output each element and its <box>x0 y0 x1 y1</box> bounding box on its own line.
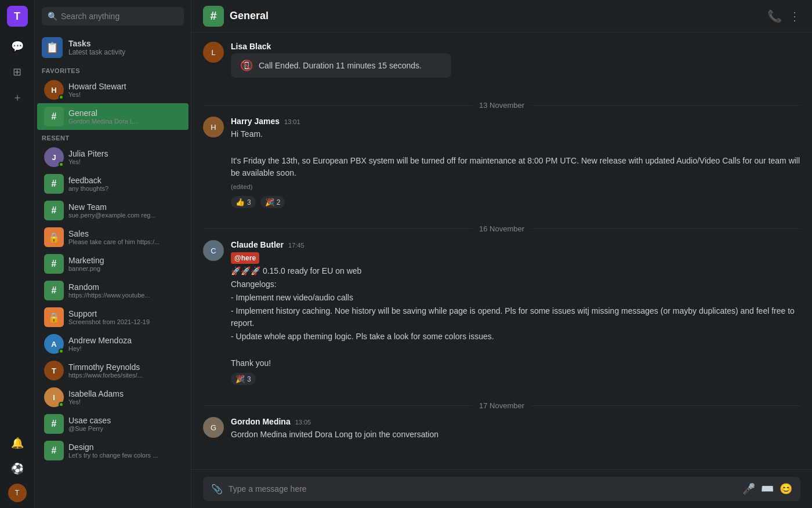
tasks-text: Tasks Latest task activity <box>68 39 125 56</box>
sidebar-item-howard[interactable]: H Howard Stewart Yes! <box>37 77 188 103</box>
attach-icon[interactable]: 📎 <box>211 484 223 495</box>
more-icon[interactable]: ⋮ <box>789 9 800 23</box>
claude-username: Claude Butler <box>231 240 284 249</box>
harry-time: 13:01 <box>284 118 300 125</box>
nav-grid-icon[interactable]: ⊞ <box>7 61 28 82</box>
howard-avatar: H <box>44 80 64 100</box>
claude-time: 17:45 <box>288 242 304 249</box>
sidebar-item-andrew[interactable]: A Andrew Mendoza Hey! <box>37 331 188 357</box>
lisa-header: Lisa Black <box>231 42 800 51</box>
howard-text: Howard Stewart Yes! <box>68 82 126 98</box>
date-label-17nov: 17 November <box>479 401 524 410</box>
icon-sidebar: T 💬 ⊞ ＋ 🔔 ⚽ T <box>0 0 35 508</box>
andrew-text: Andrew Mendoza Hey! <box>68 336 132 352</box>
general-text: General Gordon Medina Dora L... <box>68 108 139 125</box>
sidebar-item-usecases[interactable]: # Usae cases @Sue Perry <box>37 411 188 437</box>
search-input-wrap[interactable]: 🔍 <box>42 7 184 26</box>
search-box: 🔍 <box>35 0 191 32</box>
tasks-item[interactable]: 📋 Tasks Latest task activity <box>35 32 191 63</box>
sidebar-item-marketing[interactable]: # Marketing banner.png <box>37 251 188 277</box>
party-emoji: 🎉 <box>265 198 274 206</box>
claude-party-reaction[interactable]: 🎉 3 <box>231 373 256 385</box>
message-input-wrap: 📎 🎤 ⌨️ 😊 <box>203 477 800 501</box>
recent-label: RESENT <box>35 130 191 144</box>
date-line-left-3 <box>203 405 472 406</box>
general-hash-icon: # <box>44 107 64 126</box>
sidebar-item-design[interactable]: # Design Let's try to change few colors … <box>37 437 188 464</box>
emoji-icon[interactable]: 😊 <box>780 482 792 495</box>
timmothy-text: Timmothy Reynolds https://www.forbes/sit… <box>68 362 143 379</box>
sidebar-item-julia[interactable]: J Julia Piters Yes! <box>37 144 188 170</box>
call-ended-icon: 📵 <box>240 59 253 72</box>
sales-lock-icon: 🔒 <box>44 227 64 247</box>
at-here-badge: @here <box>231 252 259 264</box>
usecases-hash-icon: # <box>44 414 64 434</box>
messages-area: L Lisa Black 📵 Call Ended. Duration 11 m… <box>191 32 812 469</box>
keyboard-icon[interactable]: ⌨️ <box>761 482 774 495</box>
nav-soccer-icon[interactable]: ⚽ <box>7 458 28 479</box>
harry-text: Hi Team. It's Friday the 13th, so Europe… <box>231 128 800 193</box>
harry-content: Harry James 13:01 Hi Team. It's Friday t… <box>231 117 800 208</box>
favorites-label: FAVORITES <box>35 63 191 77</box>
harry-header: Harry James 13:01 <box>231 117 800 126</box>
sidebar-item-newteam[interactable]: # New Team sue.perry@example.com reg... <box>37 197 188 224</box>
usecases-text: Usae cases @Sue Perry <box>68 416 111 432</box>
mic-icon[interactable]: 🎤 <box>742 482 755 495</box>
thumbs-up-emoji: 👍 <box>235 198 245 206</box>
sidebar-item-support[interactable]: 🔒 Support Screenshot from 2021-12-19 <box>37 304 188 331</box>
party-reaction[interactable]: 🎉 2 <box>260 196 285 208</box>
thumbs-up-count: 3 <box>247 198 251 206</box>
nav-plus-icon[interactable]: ＋ <box>7 87 28 108</box>
lisa-message-block: L Lisa Black 📵 Call Ended. Duration 11 m… <box>203 42 800 85</box>
claude-message-block: C Claude Butler 17:45 @here 🚀🚀🚀 0.15.0 r… <box>203 240 800 385</box>
date-line-right-3 <box>531 405 800 406</box>
claude-party-count: 3 <box>247 375 251 383</box>
date-divider-16nov: 16 November <box>203 224 800 233</box>
gordon-header: Gordon Medina 13:05 <box>231 417 800 426</box>
sidebar-item-random[interactable]: # Random https://https://www.youtube... <box>37 277 188 304</box>
isabella-avatar: I <box>44 387 64 407</box>
sales-text: Sales Please take care of him https:/... <box>68 229 160 245</box>
gordon-text: Gordon Medina invited Dora Long to join … <box>231 429 800 441</box>
chat-header-left: # General <box>203 6 269 27</box>
sidebar-item-timmothy[interactable]: T Timmothy Reynolds https://www.forbes/s… <box>37 357 188 384</box>
tasks-title: Tasks <box>68 39 125 48</box>
sidebar-item-sales[interactable]: 🔒 Sales Please take care of him https:/.… <box>37 224 188 251</box>
julia-avatar: J <box>44 147 64 167</box>
claude-content: Claude Butler 17:45 @here 🚀🚀🚀 0.15.0 rea… <box>231 240 800 385</box>
gordon-content: Gordon Medina 13:05 Gordon Medina invite… <box>231 417 800 442</box>
nav-chat-icon[interactable]: 💬 <box>7 36 28 57</box>
date-label-13nov: 13 November <box>479 101 524 110</box>
sidebar-item-isabella[interactable]: I Isabella Adams Yes! <box>37 384 188 411</box>
random-text: Random https://https://www.youtube... <box>68 282 150 299</box>
sidebar-item-feedback[interactable]: # feedback any thoughts? <box>37 170 188 197</box>
newteam-hash-icon: # <box>44 201 64 220</box>
harry-message-block: H Harry James 13:01 Hi Team. It's Friday… <box>203 117 800 208</box>
logo-button[interactable]: T <box>7 6 28 27</box>
random-hash-icon: # <box>44 281 64 300</box>
search-input[interactable] <box>61 12 178 21</box>
lisa-username: Lisa Black <box>231 42 271 51</box>
phone-icon[interactable]: 📞 <box>767 9 782 23</box>
timmothy-avatar: T <box>44 361 64 380</box>
gordon-time: 13:05 <box>295 419 311 426</box>
thumbs-up-reaction[interactable]: 👍 3 <box>231 196 256 208</box>
date-line-right-2 <box>531 228 800 229</box>
date-label-16nov: 16 November <box>479 224 524 233</box>
tasks-icon: 📋 <box>42 37 63 58</box>
user-avatar-bottom[interactable]: T <box>8 484 27 502</box>
nav-bell-icon[interactable]: 🔔 <box>7 433 28 453</box>
support-text: Support Screenshot from 2021-12-19 <box>68 309 150 325</box>
andrew-avatar: A <box>44 334 64 354</box>
date-divider-13nov: 13 November <box>203 101 800 110</box>
header-hash-icon: # <box>203 6 224 27</box>
julia-text: Julia Piters Yes! <box>68 149 108 165</box>
search-icon: 🔍 <box>48 12 57 21</box>
harry-reactions: 👍 3 🎉 2 <box>231 196 800 208</box>
support-lock-icon: 🔒 <box>44 307 64 327</box>
sidebar-item-general[interactable]: # General Gordon Medina Dora L... <box>37 103 188 130</box>
isabella-text: Isabella Adams Yes! <box>68 389 124 405</box>
lisa-content: Lisa Black 📵 Call Ended. Duration 11 min… <box>231 42 800 85</box>
message-input[interactable] <box>229 484 737 494</box>
gordon-invite-text: Gordon Medina invited Dora Long to join … <box>231 429 800 441</box>
